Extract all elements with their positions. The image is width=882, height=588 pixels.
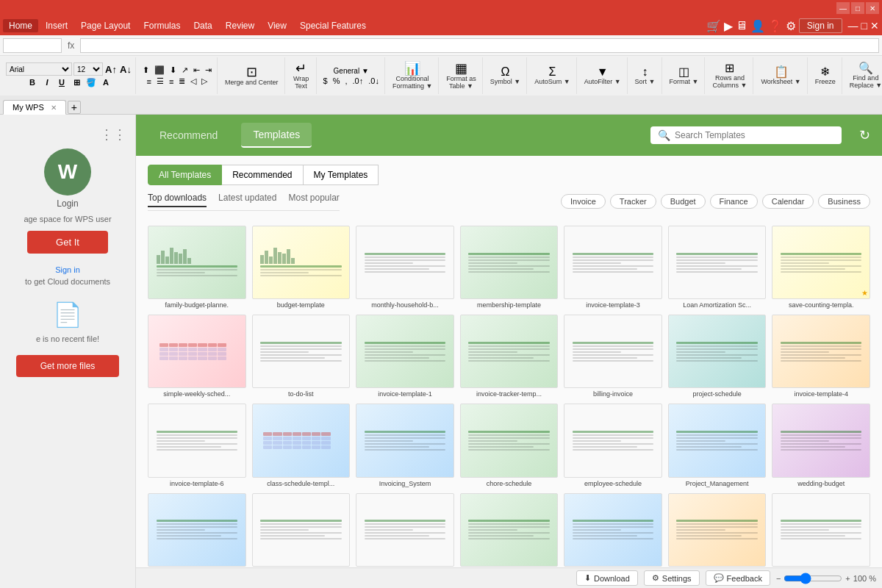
template-card[interactable]: to-do-list bbox=[252, 315, 351, 398]
tag-calendar[interactable]: Calendar bbox=[762, 194, 814, 209]
template-card[interactable]: invoice-template-4 bbox=[772, 315, 870, 398]
autofilter-button[interactable]: ▼ AutoFilter ▼ bbox=[581, 65, 624, 87]
sort-button[interactable]: ↕ Sort ▼ bbox=[632, 65, 659, 87]
template-card[interactable]: simple-weekly-sched... bbox=[148, 315, 246, 398]
outdent-button[interactable]: ⇥ bbox=[203, 65, 214, 76]
sign-in-anchor[interactable]: Sign in bbox=[55, 265, 80, 274]
format-table-button[interactable]: ▦ Format asTable ▼ bbox=[443, 60, 479, 91]
worksheet-button[interactable]: 📋 Worksheet ▼ bbox=[758, 65, 803, 87]
close-button[interactable]: ✕ bbox=[866, 2, 879, 14]
template-card[interactable] bbox=[148, 493, 246, 567]
template-card[interactable]: budget-template bbox=[252, 226, 351, 309]
template-card[interactable]: ★save-counting-templa. bbox=[772, 226, 870, 309]
sort-tab-top-downloads[interactable]: Top downloads bbox=[148, 193, 207, 207]
align-left-button[interactable]: ≡ bbox=[145, 76, 154, 87]
menu-close-icon[interactable]: ✕ bbox=[870, 20, 879, 32]
zoom-in-icon[interactable]: + bbox=[845, 574, 850, 583]
merge-center-button[interactable]: ⊡ Merge and Center bbox=[222, 64, 282, 87]
zoom-out-icon[interactable]: − bbox=[776, 574, 781, 583]
filter-tab-recommended[interactable]: Recommended bbox=[222, 165, 303, 185]
monitor-icon[interactable]: 🖥 bbox=[736, 19, 747, 32]
increase-decimal-button[interactable]: .0↑ bbox=[351, 76, 366, 86]
sign-in-link[interactable]: Sign in bbox=[55, 265, 80, 274]
menu-item-insert[interactable]: Insert bbox=[40, 19, 74, 32]
tag-budget[interactable]: Budget bbox=[661, 194, 706, 209]
align-center-button[interactable]: ☰ bbox=[154, 76, 166, 87]
formula-input[interactable] bbox=[80, 38, 879, 53]
template-card[interactable]: monthly-household-b... bbox=[356, 226, 454, 309]
menu-item-review[interactable]: Review bbox=[220, 19, 260, 32]
tag-business[interactable]: Business bbox=[818, 194, 870, 209]
thousand-button[interactable]: , bbox=[343, 76, 349, 86]
decrease-decimal-button[interactable]: .0↓ bbox=[366, 76, 381, 86]
recommend-nav-button[interactable]: Recommend bbox=[148, 123, 229, 147]
percent-button[interactable]: % bbox=[331, 76, 343, 86]
align-bottom-button[interactable]: ⬇ bbox=[168, 65, 179, 76]
minimize-button[interactable]: — bbox=[836, 2, 850, 14]
window-controls[interactable]: — □ ✕ bbox=[836, 2, 879, 14]
sign-in-button[interactable]: Sign in bbox=[799, 18, 842, 33]
template-card[interactable] bbox=[668, 493, 767, 567]
sheet-tab-close[interactable]: ✕ bbox=[51, 104, 57, 112]
cart-icon[interactable]: 🛒 bbox=[706, 19, 721, 33]
tag-finance[interactable]: Finance bbox=[710, 194, 758, 209]
settings-bottom-button[interactable]: ⚙ Settings bbox=[644, 570, 700, 586]
menu-item-home[interactable]: Home bbox=[3, 19, 38, 32]
template-card[interactable]: class-schedule-templ... bbox=[252, 404, 351, 487]
align-middle-button[interactable]: ⬛ bbox=[152, 65, 167, 76]
tag-tracker[interactable]: Tracker bbox=[610, 194, 656, 209]
menu-item-special-features[interactable]: Special Features bbox=[294, 19, 372, 32]
templates-nav-button[interactable]: Templates bbox=[241, 123, 312, 148]
template-card[interactable]: invoice-template-6 bbox=[148, 404, 246, 487]
template-card[interactable]: employee-schedule bbox=[564, 404, 662, 487]
indent-button[interactable]: ⇤ bbox=[191, 65, 202, 76]
align-justify-button[interactable]: ≣ bbox=[176, 76, 187, 87]
filter-tab-all[interactable]: All Templates bbox=[148, 165, 222, 185]
gear-icon[interactable]: ⚙ bbox=[786, 19, 796, 33]
font-color-button[interactable]: A bbox=[99, 76, 112, 89]
template-card[interactable] bbox=[772, 493, 870, 567]
orientation-button[interactable]: ↗ bbox=[179, 65, 190, 76]
increase-indent-button[interactable]: ▷ bbox=[199, 76, 209, 87]
play-icon[interactable]: ▶ bbox=[724, 19, 733, 33]
menu-item-view[interactable]: View bbox=[262, 19, 293, 32]
format-button[interactable]: ◫ Format ▼ bbox=[667, 65, 702, 87]
freeze-button[interactable]: ❄ Freeze bbox=[812, 65, 839, 87]
rows-columns-button[interactable]: ⊞ Rows andColumns ▼ bbox=[709, 61, 750, 90]
template-card[interactable]: Invoicing_System bbox=[356, 404, 454, 487]
template-card[interactable]: invoice-tracker-temp... bbox=[460, 315, 559, 398]
template-card[interactable]: billing-invoice bbox=[564, 315, 662, 398]
template-card[interactable]: invoice-template-1 bbox=[356, 315, 454, 398]
bold-button[interactable]: B bbox=[26, 76, 39, 89]
get-more-files-button[interactable]: Get more files bbox=[16, 355, 119, 377]
template-card[interactable]: project-schedule bbox=[668, 315, 767, 398]
filter-tab-my-templates[interactable]: My Templates bbox=[304, 165, 379, 185]
menu-minimize-icon[interactable]: — bbox=[848, 20, 858, 32]
find-replace-button[interactable]: 🔍 Find andReplace ▼ bbox=[847, 61, 882, 90]
template-card[interactable] bbox=[252, 493, 351, 567]
menu-item-page-layout[interactable]: Page Layout bbox=[75, 19, 136, 32]
menu-item-formulas[interactable]: Formulas bbox=[137, 19, 186, 32]
sort-tab-most-popular[interactable]: Most popular bbox=[288, 193, 339, 207]
underline-button[interactable]: U bbox=[55, 76, 68, 89]
fill-color-button[interactable]: 🪣 bbox=[85, 76, 98, 89]
template-card[interactable] bbox=[356, 493, 454, 567]
add-sheet-button[interactable]: + bbox=[68, 101, 81, 114]
align-top-button[interactable]: ⬆ bbox=[140, 65, 151, 76]
maximize-button[interactable]: □ bbox=[851, 2, 864, 14]
border-button[interactable]: ⊞ bbox=[70, 76, 83, 89]
template-card[interactable]: invoice-template-3 bbox=[564, 226, 662, 309]
refresh-button[interactable]: ↻ bbox=[859, 127, 870, 143]
template-card[interactable]: Project_Management bbox=[668, 404, 767, 487]
font-shrink-button[interactable]: A↓ bbox=[119, 62, 132, 76]
conditional-formatting-button[interactable]: 📊 ConditionalFormatting ▼ bbox=[390, 60, 435, 91]
wrap-text-button[interactable]: ↵ WrapText bbox=[290, 60, 313, 91]
sheet-tab-mywps[interactable]: My WPS ✕ bbox=[3, 100, 66, 115]
template-card[interactable]: membership-template bbox=[460, 226, 559, 309]
template-card[interactable]: Loan Amortization Sc... bbox=[668, 226, 767, 309]
sidebar-dots-icon[interactable]: ⋮⋮ bbox=[100, 126, 126, 143]
template-card[interactable]: wedding-budget bbox=[772, 404, 870, 487]
name-box[interactable] bbox=[3, 38, 62, 53]
feedback-button[interactable]: 💬 Feedback bbox=[706, 570, 770, 586]
italic-button[interactable]: I bbox=[40, 76, 54, 89]
